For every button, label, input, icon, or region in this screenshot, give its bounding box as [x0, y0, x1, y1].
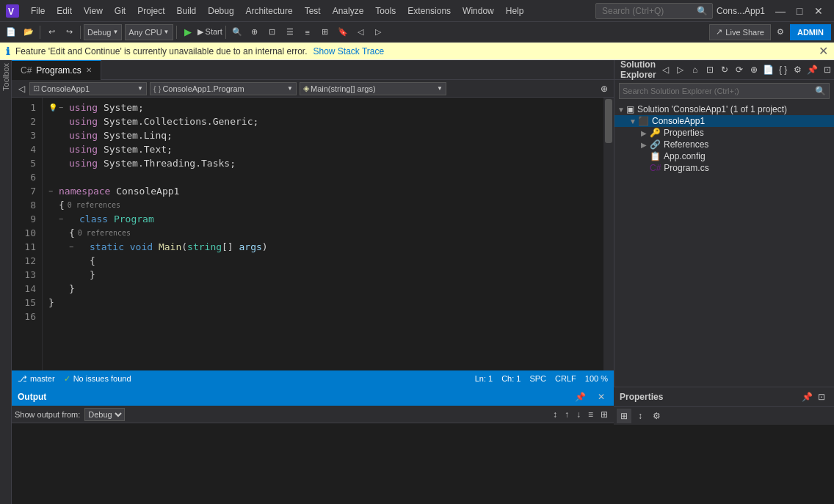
redo-button[interactable]: ↪ — [61, 24, 77, 40]
output-pin-button[interactable]: 📌 — [572, 390, 589, 403]
show-output-from-dropdown[interactable]: Debug — [84, 408, 125, 421]
se-pin-button[interactable]: 📌 — [806, 63, 819, 76]
project-dropdown[interactable]: ⊡ ConsoleApp1 ▼ — [29, 82, 147, 95]
status-zoom: 100 % — [585, 374, 608, 383]
zoom-button[interactable]: ⊕ — [247, 24, 263, 40]
collapse-1[interactable]: − — [59, 101, 68, 114]
main-toolbar: 📄 📂 ↩ ↪ Debug ▼ Any CPU ▼ ▶ ▶ Start 🔍 ⊕ … — [0, 22, 834, 43]
nav-back-button[interactable]: ◁ — [15, 82, 28, 95]
editor-scrollbar[interactable] — [603, 98, 614, 370]
se-filter-button[interactable]: ⚙ — [791, 63, 805, 76]
se-expand-button[interactable]: ⊡ — [821, 63, 834, 76]
start-button[interactable]: ▶ — [180, 24, 196, 40]
program-cs-node[interactable]: ▶ C# Program.cs — [614, 162, 834, 174]
project-node[interactable]: ▼ ⬛ ConsoleApp1 — [614, 115, 834, 127]
menu-build[interactable]: Build — [171, 3, 203, 19]
menu-debug[interactable]: Debug — [202, 3, 239, 19]
output-content[interactable] — [12, 423, 614, 504]
expand-editor-button[interactable]: ⊕ — [598, 82, 611, 95]
props-alphabetical-button[interactable]: ↕ — [633, 409, 648, 423]
menu-test[interactable]: Test — [299, 3, 327, 19]
collapse-9[interactable]: − — [59, 212, 68, 226]
toolbar-btn-7[interactable]: ≡ — [300, 24, 316, 40]
menu-architecture[interactable]: Architecture — [240, 3, 299, 19]
output-toolbar: Show output from: Debug ↕ ↑ ↓ ≡ ⊞ — [12, 406, 614, 423]
menu-view[interactable]: View — [78, 3, 109, 19]
toolbox-sidebar[interactable]: Toolbox — [0, 60, 12, 504]
bookmark-button[interactable]: 🔖 — [335, 24, 351, 40]
properties-node[interactable]: ▶ 🔑 Properties — [614, 127, 834, 139]
solution-search[interactable]: 🔍 — [619, 83, 830, 99]
toolbar-sep-3 — [176, 26, 177, 39]
solution-label: Solution 'ConsoleApp1' (1 of 1 project) — [637, 104, 787, 114]
solution-search-input[interactable] — [623, 87, 812, 95]
app-config-node[interactable]: ▶ 📋 App.config — [614, 150, 834, 162]
output-toolbar-btn-3[interactable]: ↓ — [573, 408, 584, 421]
menu-analyze[interactable]: Analyze — [327, 3, 370, 19]
toolbar-btn-9[interactable]: ◁ — [352, 24, 369, 40]
output-toolbar-btn-1[interactable]: ↕ — [550, 408, 560, 421]
open-file-button[interactable]: 📂 — [21, 24, 37, 40]
menu-tools[interactable]: Tools — [369, 3, 402, 19]
se-nav-back-button[interactable]: ◁ — [659, 63, 672, 76]
tab-close-button[interactable]: ✕ — [86, 66, 92, 74]
liveshare-button[interactable]: ↗ Live Share — [709, 24, 771, 40]
menu-file[interactable]: File — [25, 3, 51, 19]
kw-4: using — [69, 142, 98, 156]
search-input[interactable] — [595, 3, 713, 19]
menu-help[interactable]: Help — [500, 3, 530, 19]
maximize-button[interactable]: □ — [790, 4, 809, 18]
props-expand-button[interactable]: ⊡ — [815, 390, 828, 403]
editor-tab-program-cs[interactable]: C# Program.cs ✕ — [12, 60, 101, 80]
admin-button[interactable]: ADMIN — [790, 24, 831, 40]
toolbar-btn-8[interactable]: ⊞ — [317, 24, 333, 40]
status-ok-item[interactable]: ✓ No issues found — [64, 374, 131, 384]
debug-config-dropdown[interactable]: Debug ▼ — [84, 24, 122, 40]
output-toolbar-btn-2[interactable]: ↑ — [562, 408, 572, 421]
output-toolbar-btn-4[interactable]: ≡ — [585, 408, 596, 421]
collapse-7[interactable]: − — [48, 184, 57, 198]
toolbar-btn-10[interactable]: ▷ — [370, 24, 386, 40]
platform-dropdown[interactable]: Any CPU ▼ — [125, 24, 173, 40]
collapse-11[interactable]: − — [69, 240, 78, 254]
references-node[interactable]: ▶ 🔗 References — [614, 139, 834, 150]
close-button[interactable]: ✕ — [809, 4, 828, 18]
menu-git[interactable]: Git — [109, 3, 131, 19]
props-categories-button[interactable]: ⊞ — [617, 409, 631, 423]
editor-navbar: ◁ ⊡ ConsoleApp1 ▼ { } ConsoleApp1.Progra… — [12, 80, 614, 98]
menu-window[interactable]: Window — [457, 3, 500, 19]
se-new-folder-button[interactable]: ⊕ — [747, 63, 761, 76]
minimize-button[interactable]: — — [771, 4, 790, 18]
method-dropdown[interactable]: ◈ Main(string[] args) ▼ — [300, 82, 446, 95]
find-button[interactable]: 🔍 — [229, 24, 245, 40]
output-title: Output — [18, 392, 46, 402]
class-dropdown[interactable]: { } ConsoleApp1.Program ▼ — [150, 82, 297, 95]
se-refresh-button[interactable]: ↻ — [718, 63, 731, 76]
program-cs-label: Program.cs — [664, 163, 708, 173]
se-nav-forward-button[interactable]: ▷ — [674, 63, 687, 76]
settings-button[interactable]: ⚙ — [772, 24, 788, 40]
menu-edit[interactable]: Edit — [51, 3, 78, 19]
scrollbar-thumb[interactable] — [605, 99, 612, 143]
props-settings-button[interactable]: ⚙ — [649, 409, 664, 423]
props-pin-button[interactable]: 📌 — [800, 390, 813, 403]
new-file-button[interactable]: 📄 — [3, 24, 19, 40]
se-sync-button[interactable]: ⟳ — [733, 63, 746, 76]
menu-extensions[interactable]: Extensions — [402, 3, 457, 19]
code-content[interactable]: 💡 − using System; using System.Collectio… — [43, 98, 603, 370]
output-close-button[interactable]: ✕ — [595, 390, 608, 403]
toolbar-btn-5[interactable]: ⊡ — [264, 24, 280, 40]
info-close-button[interactable]: ✕ — [819, 44, 828, 58]
output-toolbar-btn-5[interactable]: ⊞ — [598, 408, 611, 421]
se-home-button[interactable]: ⌂ — [689, 63, 702, 76]
menu-project[interactable]: Project — [131, 3, 170, 19]
se-settings-button[interactable]: ⊡ — [703, 63, 717, 76]
toolbar-btn-6[interactable]: ☰ — [282, 24, 298, 40]
solution-node[interactable]: ▼ ▣ Solution 'ConsoleApp1' (1 of 1 proje… — [614, 103, 834, 115]
status-branch[interactable]: ⎇ master — [18, 374, 55, 384]
se-code-view-button[interactable]: { } — [777, 63, 790, 76]
solution-search-icon: 🔍 — [815, 86, 826, 96]
show-stack-trace-link[interactable]: Show Stack Trace — [313, 46, 384, 56]
undo-button[interactable]: ↩ — [43, 24, 59, 40]
se-show-all-button[interactable]: 📄 — [762, 63, 775, 76]
